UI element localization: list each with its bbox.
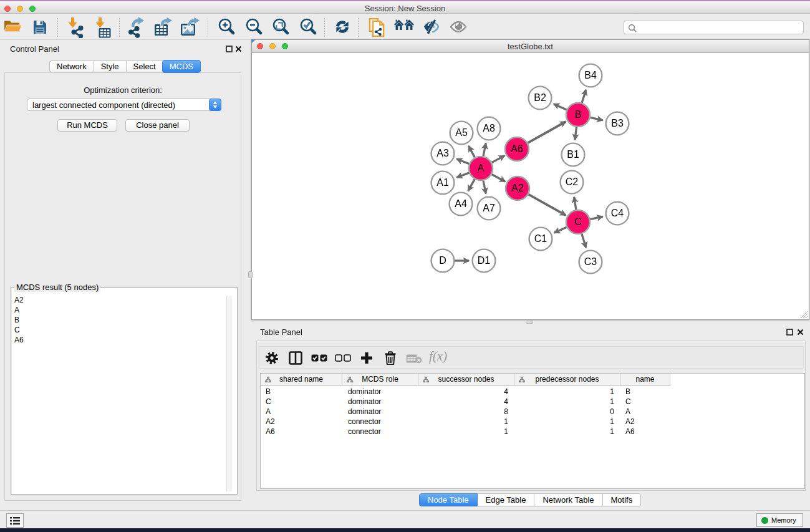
svg-text:A4: A4 [455,198,467,209]
svg-text:B1: B1 [567,149,579,160]
svg-text:B3: B3 [611,118,624,128]
svg-text:A2: A2 [511,183,524,193]
svg-text:A: A [478,163,485,173]
svg-text:A8: A8 [483,123,495,133]
svg-text:C1: C1 [534,233,547,244]
svg-text:A7: A7 [483,203,495,213]
svg-text:A5: A5 [455,127,468,138]
svg-text:D1: D1 [478,255,491,266]
svg-text:C: C [574,216,582,227]
svg-text:A6: A6 [511,143,523,154]
svg-text:C3: C3 [584,256,597,267]
svg-text:A3: A3 [436,148,449,158]
svg-text:C4: C4 [611,208,624,218]
svg-text:D: D [439,255,446,266]
svg-text:B2: B2 [534,92,546,103]
svg-text:B4: B4 [584,70,597,80]
svg-text:A1: A1 [436,177,449,188]
svg-text:B: B [575,109,582,120]
svg-text:C2: C2 [566,177,579,187]
